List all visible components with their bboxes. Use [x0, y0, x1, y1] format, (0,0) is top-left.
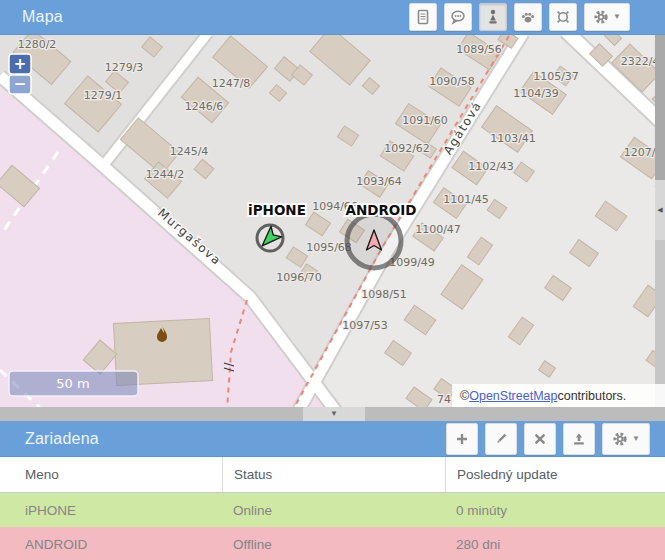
settings-button[interactable]: ▼: [584, 3, 630, 31]
svg-text:1279/1: 1279/1: [84, 89, 123, 102]
devices-toolbar: ▼: [446, 423, 650, 455]
column-header-status: Status: [222, 457, 445, 492]
settings-button[interactable]: ▼: [602, 423, 650, 455]
svg-text:−: −: [14, 75, 27, 93]
map-panel-header: Mapa ▼: [0, 0, 665, 35]
device-name: iPHONE: [0, 503, 222, 518]
chevron-left-icon: ◀: [657, 206, 662, 214]
svg-text:1093/64: 1093/64: [356, 175, 402, 188]
map-panel-title: Mapa: [22, 8, 63, 26]
device-last-update: 280 dni: [445, 537, 665, 552]
svg-text:2322/4: 2322/4: [621, 55, 655, 68]
bottom-panel-collapse-handle[interactable]: ▼: [303, 407, 365, 421]
svg-text:1280/2: 1280/2: [18, 38, 57, 51]
svg-text:1279/3: 1279/3: [105, 61, 144, 74]
svg-text:1101/45: 1101/45: [443, 193, 489, 206]
right-panel-strip: ◀: [655, 35, 665, 407]
caret-down-icon: ▼: [632, 435, 640, 443]
map-scale-bar: 50 m: [9, 371, 138, 396]
svg-text:1104/39: 1104/39: [513, 87, 559, 100]
devices-panel-header: Zariadena ▼: [0, 421, 665, 457]
openstreetmap-link[interactable]: OpenStreetMap: [469, 389, 557, 403]
locate-icon: [555, 9, 571, 25]
svg-text:1207/3: 1207/3: [624, 146, 655, 159]
upload-button[interactable]: [563, 423, 595, 455]
delete-icon: [532, 431, 548, 447]
attribution-prefix: ©: [460, 389, 469, 403]
paw-icon: [520, 9, 536, 25]
edit-icon: [493, 431, 509, 447]
caret-down-icon: ▼: [613, 13, 621, 21]
devices-panel-title: Zariadena: [25, 430, 99, 448]
svg-text:+: +: [14, 55, 27, 73]
svg-text:1103/41: 1103/41: [490, 132, 536, 145]
chevron-down-icon: ▼: [330, 410, 338, 418]
add-button[interactable]: [446, 423, 478, 455]
svg-text:1090/58: 1090/58: [429, 75, 475, 88]
svg-text:1091/60: 1091/60: [402, 114, 448, 127]
street-view-button[interactable]: [479, 3, 507, 31]
tracking-app-window: Mapa ▼ 1280/21279/31279/11247/81246/6124…: [0, 0, 665, 560]
column-header-update: Posledný update: [445, 457, 665, 492]
device-status: Offline: [222, 537, 445, 552]
street-view-icon: [485, 9, 501, 25]
svg-text:1097/53: 1097/53: [342, 319, 388, 332]
svg-text:1247/8: 1247/8: [212, 77, 251, 90]
device-status: Online: [222, 503, 445, 518]
settings-icon: [612, 431, 628, 447]
svg-text:1244/2: 1244/2: [146, 168, 185, 181]
svg-text:1100/47: 1100/47: [415, 223, 461, 236]
svg-text:1089/56: 1089/56: [456, 43, 502, 56]
device-marker-label: iPHONE: [248, 202, 306, 218]
add-icon: [454, 431, 470, 447]
report-icon: [415, 9, 431, 25]
attribution-suffix: contributors.: [557, 389, 626, 403]
chat-icon: [450, 9, 466, 25]
svg-text:1246/6: 1246/6: [185, 100, 224, 113]
report-button[interactable]: [409, 3, 437, 31]
map-canvas[interactable]: 1280/21279/31279/11247/81246/61245/41244…: [0, 35, 655, 407]
svg-text:1245/4: 1245/4: [170, 145, 209, 158]
edit-button[interactable]: [485, 423, 517, 455]
map-toolbar: ▼: [409, 3, 630, 31]
chat-button[interactable]: [444, 3, 472, 31]
svg-text:1096/70: 1096/70: [276, 271, 322, 284]
device-row-android[interactable]: ANDROID Offline 280 dni: [0, 527, 665, 560]
svg-text:1102/43: 1102/43: [468, 160, 514, 173]
locate-button[interactable]: [549, 3, 577, 31]
device-row-iphone[interactable]: iPHONE Online 0 minúty: [0, 493, 665, 527]
device-last-update: 0 minúty: [445, 503, 665, 518]
zoom-out-button[interactable]: −: [9, 75, 31, 94]
zoom-in-button[interactable]: +: [9, 54, 31, 74]
right-strip-top: [655, 35, 665, 180]
map-attribution: © OpenStreetMap contributors.: [452, 384, 665, 407]
svg-text:1092/62: 1092/62: [384, 142, 430, 155]
delete-button[interactable]: [524, 423, 556, 455]
device-marker-label: ANDROID: [345, 202, 416, 218]
svg-text:1105/37: 1105/37: [533, 70, 579, 83]
upload-icon: [571, 431, 587, 447]
column-header-meno: Meno: [0, 457, 222, 492]
svg-text:1098/51: 1098/51: [361, 288, 407, 301]
devices-table: Meno Status Posledný update iPHONE Onlin…: [0, 457, 665, 560]
paw-button[interactable]: [514, 3, 542, 31]
device-name: ANDROID: [0, 537, 222, 552]
svg-text:50 m: 50 m: [56, 376, 89, 391]
svg-text:74: 74: [437, 393, 451, 406]
panel-divider[interactable]: ▼: [0, 407, 665, 421]
right-panel-collapse-handle[interactable]: ◀: [655, 180, 665, 240]
settings-icon: [593, 9, 609, 25]
devices-table-header: Meno Status Posledný update: [0, 457, 665, 493]
map-svg[interactable]: 1280/21279/31279/11247/81246/61245/41244…: [0, 35, 655, 407]
